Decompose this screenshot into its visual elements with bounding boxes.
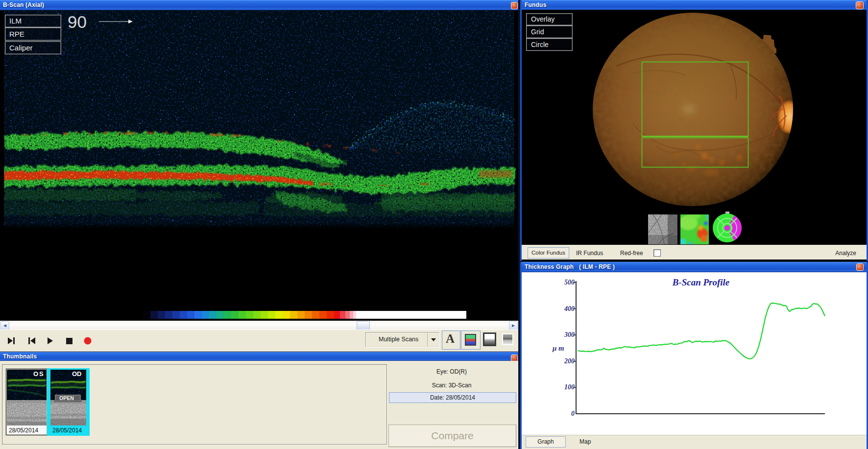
svg-text:28/05/2014: 28/05/2014 <box>52 427 82 434</box>
svg-text:OD: OD <box>72 370 82 378</box>
svg-text:100: 100 <box>564 383 575 391</box>
svg-text:OPEN: OPEN <box>59 395 74 401</box>
svg-text:28/05/2014: 28/05/2014 <box>9 427 38 434</box>
svg-text:500: 500 <box>564 279 575 286</box>
svg-text:OS: OS <box>33 370 45 378</box>
svg-text:μ m: μ m <box>552 344 564 352</box>
svg-text:B-Scan Profile: B-Scan Profile <box>672 277 730 287</box>
svg-text:300: 300 <box>564 331 575 338</box>
svg-text:200: 200 <box>564 357 575 365</box>
svg-text:0: 0 <box>571 410 575 417</box>
svg-text:400: 400 <box>564 305 575 312</box>
